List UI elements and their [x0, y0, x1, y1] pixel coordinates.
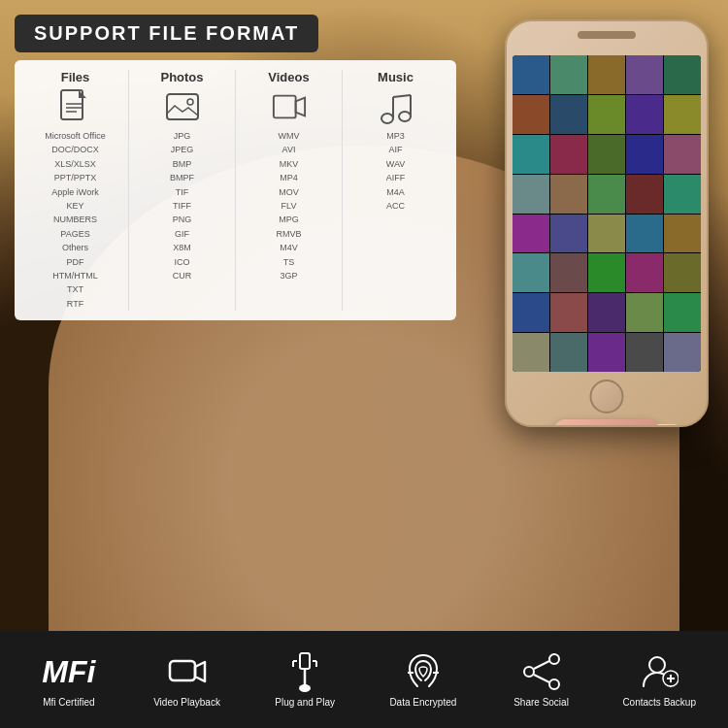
- photo-thumb: [664, 215, 701, 253]
- mfi-label: Mfi Certified: [43, 697, 94, 709]
- mfi-icon: MFi: [48, 650, 90, 693]
- svg-rect-6: [273, 96, 295, 118]
- photo-thumb: [626, 253, 663, 292]
- svg-point-15: [299, 684, 311, 692]
- photo-thumb: [664, 95, 701, 134]
- photo-thumb: [626, 135, 663, 174]
- contacts-icon: [638, 650, 680, 693]
- feature-contacts: Contacts Backup: [600, 650, 718, 709]
- phone-container: Richwell: [505, 19, 709, 427]
- svg-point-23: [549, 679, 559, 689]
- photo-thumb: [588, 215, 625, 253]
- photo-thumb: [550, 175, 587, 214]
- photo-thumb: [626, 175, 663, 214]
- video-label: Video Playback: [153, 697, 220, 709]
- support-section: SUPPORT FILE FORMAT Files Microsoft Offi…: [15, 15, 456, 320]
- svg-point-5: [187, 99, 193, 105]
- svg-point-8: [399, 112, 411, 121]
- plug-label: Plug and Play: [275, 697, 335, 709]
- bottom-feature-bar: MFi Mfi Certified Video Playback P: [0, 631, 728, 728]
- photo-thumb: [513, 95, 549, 134]
- photo-icon: [165, 89, 200, 124]
- svg-point-24: [524, 667, 534, 677]
- photo-thumb: [513, 175, 549, 214]
- photo-thumb: [626, 293, 663, 332]
- photo-thumb: [664, 293, 701, 332]
- photo-thumb: [626, 333, 663, 372]
- feature-share: Share Social: [482, 650, 601, 709]
- camera-icon: [166, 650, 209, 693]
- photo-thumb: [513, 333, 549, 372]
- svg-line-11: [393, 95, 411, 97]
- photos-column: Photos JPG JPEG BMP BMPF TIF TIFF PNG GI…: [129, 70, 236, 311]
- fingerprint-icon: [402, 650, 445, 693]
- photo-thumb: [588, 293, 625, 332]
- music-column: Music MP3 AIF WAV AIFF M4A ACC: [343, 70, 448, 311]
- photo-thumb: [513, 55, 549, 94]
- usb-drive: Richwell: [553, 419, 660, 427]
- photo-thumb: [626, 95, 663, 134]
- videos-title: Videos: [241, 70, 337, 84]
- music-items: MP3 AIF WAV AIFF M4A ACC: [347, 129, 444, 213]
- photo-thumb: [513, 135, 549, 174]
- usb-icon: [283, 650, 326, 693]
- phone-speaker: [578, 31, 636, 39]
- photo-thumb: [550, 215, 587, 253]
- photo-thumb: [550, 55, 587, 94]
- photo-thumb: [588, 135, 625, 174]
- svg-point-7: [381, 114, 393, 123]
- music-icon: [379, 89, 414, 124]
- photo-thumb: [588, 333, 625, 372]
- mfi-text: MFi: [42, 656, 95, 687]
- videos-items: WMV AVI MKV MP4 MOV FLV MPG RMVB M4V TS …: [241, 129, 337, 282]
- photo-thumb: [664, 253, 701, 292]
- share-label: Share Social: [513, 697, 569, 709]
- phone-home-button: [590, 380, 624, 414]
- phone-screen: [513, 55, 701, 372]
- photo-thumb: [513, 215, 549, 253]
- photo-thumb: [513, 253, 549, 292]
- files-title: Files: [27, 70, 123, 84]
- usb-connector: [656, 424, 678, 427]
- photo-thumb: [664, 175, 701, 214]
- photo-thumb: [588, 175, 625, 214]
- share-icon: [520, 650, 563, 693]
- svg-rect-4: [167, 94, 198, 119]
- encrypted-label: Data Encrypted: [389, 697, 456, 709]
- svg-line-25: [534, 661, 549, 669]
- photo-thumb: [664, 55, 701, 94]
- phone-body: Richwell: [505, 19, 709, 427]
- music-title: Music: [347, 70, 444, 84]
- photo-thumb: [664, 333, 701, 372]
- photos-items: JPG JPEG BMP BMPF TIF TIFF PNG GIF X8M I…: [134, 129, 230, 282]
- files-column: Files Microsoft Office DOC/DOCX XLS/XLSX…: [22, 70, 129, 311]
- photo-thumb: [550, 95, 587, 134]
- photo-thumb: [626, 55, 663, 94]
- svg-rect-12: [170, 661, 195, 680]
- svg-rect-13: [300, 653, 310, 669]
- photo-thumb: [626, 215, 663, 253]
- feature-encrypted: Data Encrypted: [364, 650, 482, 709]
- file-format-box: Files Microsoft Office DOC/DOCX XLS/XLSX…: [15, 60, 456, 320]
- svg-line-26: [534, 675, 549, 682]
- svg-point-22: [549, 654, 559, 664]
- file-icon: [58, 89, 93, 124]
- video-icon: [272, 89, 307, 124]
- photo-thumb: [550, 253, 587, 292]
- feature-video: Video Playback: [128, 650, 247, 709]
- contacts-label: Contacts Backup: [622, 697, 696, 709]
- photo-thumb: [513, 293, 549, 332]
- svg-point-27: [649, 657, 665, 673]
- photo-thumb: [550, 333, 587, 372]
- feature-mfi: MFi Mfi Certified: [10, 650, 128, 709]
- photo-thumb: [588, 253, 625, 292]
- photo-thumb: [664, 135, 701, 174]
- feature-plug: Plug and Play: [246, 650, 364, 709]
- photo-thumb: [550, 135, 587, 174]
- videos-column: Videos WMV AVI MKV MP4 MOV FLV MPG RMVB …: [236, 70, 343, 311]
- files-items: Microsoft Office DOC/DOCX XLS/XLSX PPT/P…: [27, 129, 123, 311]
- photos-title: Photos: [134, 70, 230, 84]
- photo-thumb: [588, 55, 625, 94]
- photo-thumb: [588, 95, 625, 134]
- support-title: SUPPORT FILE FORMAT: [15, 15, 318, 52]
